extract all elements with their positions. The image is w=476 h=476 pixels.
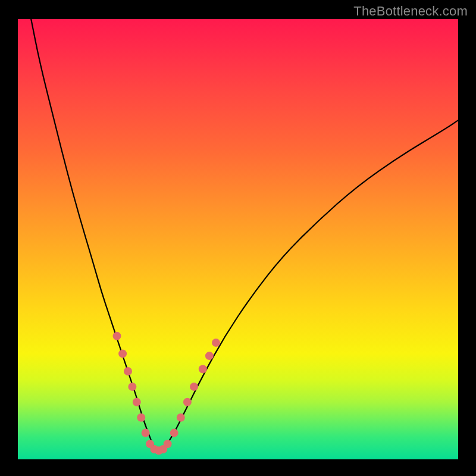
- chart-plot-area: [18, 19, 458, 459]
- highlight-dot: [133, 398, 141, 406]
- curve-group: [31, 19, 458, 450]
- highlight-dot: [118, 349, 127, 358]
- highlight-dot: [212, 339, 220, 347]
- highlight-dot: [164, 440, 172, 448]
- highlight-dot: [190, 383, 198, 391]
- highlight-dot: [199, 365, 207, 373]
- highlight-dot: [177, 414, 185, 422]
- highlight-dot: [142, 429, 150, 437]
- highlight-dots: [113, 332, 221, 455]
- highlight-dot: [205, 352, 214, 360]
- highlight-dot: [183, 398, 192, 406]
- highlight-dot: [113, 332, 121, 340]
- chart-frame: TheBottleneck.com: [0, 0, 476, 476]
- highlight-dot: [137, 414, 145, 422]
- highlight-dot: [128, 383, 136, 391]
- watermark-text: TheBottleneck.com: [353, 4, 468, 19]
- chart-svg: [18, 19, 458, 459]
- bottleneck-curve: [31, 19, 458, 450]
- highlight-dot: [124, 367, 132, 375]
- highlight-dot: [170, 429, 178, 437]
